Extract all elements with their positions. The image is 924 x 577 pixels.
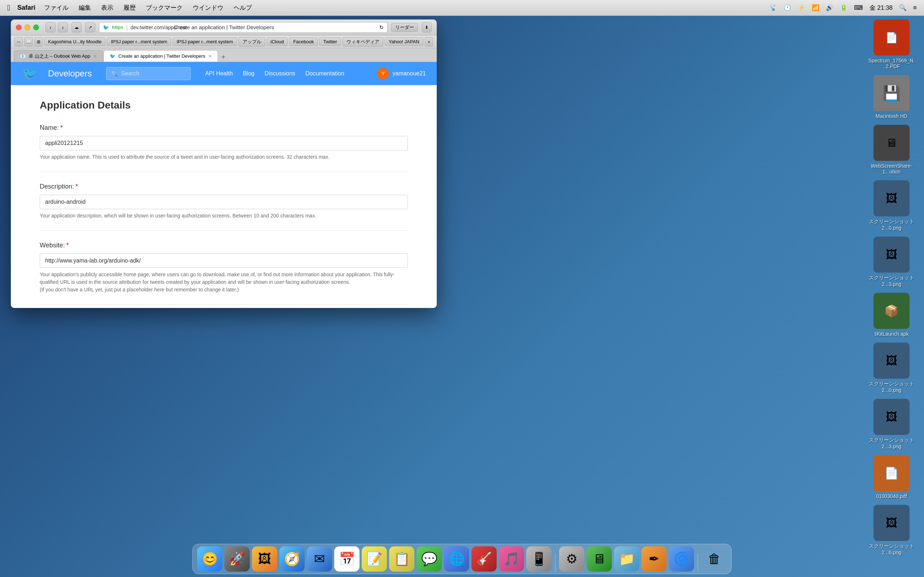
desktop-icon-hd[interactable]: 💾 Macintosh HD — [866, 75, 917, 119]
dock-itunes[interactable]: 🎵 — [499, 546, 524, 572]
menu-history[interactable]: 履歴 — [123, 3, 136, 12]
app-name[interactable]: Safari — [17, 4, 36, 11]
https-label: https — [112, 24, 123, 30]
dock-photos[interactable]: 🖼 — [252, 546, 277, 572]
desktop-icon-label-ss3: スクリーンショット 2...0.png — [868, 219, 915, 231]
download-button[interactable]: ⬇ — [422, 23, 432, 32]
new-tab-button[interactable]: + — [219, 52, 228, 62]
desktop-icon-label-hd: Macintosh HD — [876, 113, 908, 119]
search-menu-icon[interactable]: 🔍 — [899, 4, 907, 11]
menu-items: ファイル 編集 表示 履歴 ブックマーク ウインドウ ヘルプ — [44, 3, 252, 12]
dock-safari[interactable]: 🧭 — [279, 546, 305, 572]
reload-button[interactable]: ↻ — [380, 24, 384, 30]
minimize-button[interactable] — [24, 24, 30, 30]
desktop-icon-label-doc: 01003040.pdf — [876, 493, 907, 499]
menubar-right: 📡 🕐 ⚡ 📶 🔊 🔋 ⌨ 金 21:38 🔍 ≡ — [769, 3, 917, 12]
back-button[interactable]: ‹ — [45, 23, 56, 32]
dock-finder[interactable]: 😊 — [197, 546, 222, 572]
desktop-icon-label-ss5: スクリーンショット 2...0.png — [868, 381, 915, 393]
website-hint: Your application's publicly accessible h… — [40, 271, 408, 293]
dock-stickies[interactable]: 📋 — [389, 546, 414, 572]
dock-terminal[interactable]: 🖥 — [586, 546, 612, 572]
menubar:  Safari ファイル 編集 表示 履歴 ブックマーク ウインドウ ヘルプ … — [0, 0, 924, 16]
tab-close-outlook[interactable]: ✕ — [93, 54, 97, 59]
bookmark-ipsj1[interactable]: IPSJ paper r...ment system — [107, 37, 171, 46]
nav-documentation[interactable]: Documentation — [305, 70, 344, 77]
tab-outlook[interactable]: 📧 卓 山之上 – Outlook Web App ✕ — [14, 50, 103, 62]
website-input[interactable] — [40, 253, 408, 268]
dock-notes[interactable]: 📝 — [362, 546, 387, 572]
search-input[interactable] — [121, 70, 186, 77]
control-strip[interactable]: ≡ — [913, 4, 917, 11]
desktop-icon-img-ss5: 🖼 — [874, 343, 909, 379]
username[interactable]: yamanoue21 — [393, 70, 426, 77]
desktop-icon-img: 📄 — [874, 19, 909, 56]
menu-bookmarks[interactable]: ブックマーク — [146, 3, 183, 12]
tab-close-twitter[interactable]: ✕ — [208, 54, 212, 59]
twitter-search[interactable]: 🔍 — [106, 67, 191, 80]
desktop-icon-webscreen[interactable]: 🖥 WebScreenShare-1...ution — [866, 125, 917, 174]
bookmark-icloud[interactable]: iCloud — [267, 37, 288, 46]
nav-discussions[interactable]: Discussions — [265, 70, 295, 77]
name-hint: Your application name. This is used to a… — [40, 153, 408, 161]
cloud-button[interactable]: ☁ — [71, 23, 82, 32]
desktop-icon-label-ws: WebScreenShare-1...ution — [868, 163, 915, 174]
dock-mail[interactable]: ✉ — [307, 546, 332, 572]
tab-twitter[interactable]: 🐦 Create an application | Twitter Develo… — [103, 50, 218, 62]
bookmark-yahoo[interactable]: Yahoo! JAPAN — [385, 37, 423, 46]
desktop-icon-ss5[interactable]: 🖼 スクリーンショット 2...0.png — [866, 343, 917, 393]
bookmarks-more[interactable]: » — [425, 37, 433, 47]
maximize-button[interactable] — [33, 24, 39, 30]
form-group-website: Website: * Your application's publicly a… — [40, 242, 408, 305]
dock: 😊 🚀 🖼 🧭 ✉ 📅 📝 📋 💬 🌐 🎸 🎵 📱 ⚙ 🖥 📁 ✒ 🌀 🗑 — [192, 544, 732, 574]
tab-overview[interactable]: ⊞ — [34, 37, 43, 47]
bookmark-apple[interactable]: アップル — [239, 37, 265, 47]
desktop-icon-apk[interactable]: 📦 ﾖKitLaunch.apk — [866, 293, 917, 337]
bookmarks-bar: ↔ 📖 ⊞ Kagoshima U...ity Moodle IPSJ pape… — [11, 35, 437, 48]
close-button[interactable] — [16, 24, 22, 30]
dock-system-prefs[interactable]: ⚙ — [559, 546, 584, 572]
window-title: Create an application | Twitter Develope… — [174, 24, 274, 30]
menu-view[interactable]: 表示 — [101, 3, 113, 12]
menu-help[interactable]: ヘルプ — [234, 3, 252, 12]
desktop-icon-ss6[interactable]: 🖼 スクリーンショット 2...3.png — [866, 399, 917, 449]
nav-api-health[interactable]: API Health — [205, 70, 233, 77]
dock-garageband[interactable]: 🎸 — [472, 546, 497, 572]
reader-button[interactable]: リーダー — [391, 23, 418, 32]
dock-language[interactable]: 🌐 — [444, 546, 469, 572]
bookmark-wiki[interactable]: ウィキペディア — [342, 37, 383, 47]
bookmark-ipsj2[interactable]: IPSJ paper r...ment system — [173, 37, 237, 46]
bookmark-moodle[interactable]: Kagoshima U...ity Moodle — [44, 37, 105, 46]
bookmark-twitter[interactable]: Twitter — [319, 37, 341, 46]
dock-launchpad[interactable]: 🚀 — [225, 546, 250, 572]
name-input[interactable] — [40, 136, 408, 150]
desktop-icon-ss4[interactable]: 🖼 スクリーンショット 2...3.png — [866, 237, 917, 287]
dock-messages[interactable]: 💬 — [417, 546, 442, 572]
bookmark-facebook[interactable]: Facebook — [289, 37, 318, 46]
sidebar-toggle[interactable]: ↔ — [15, 37, 23, 47]
desktop-icon-pdf[interactable]: 📄 Spectrum_17569_N...2.PDF — [866, 19, 917, 69]
desktop: 📄 Spectrum_17569_N...2.PDF 💾 Macintosh H… — [0, 16, 924, 577]
desktop-icon-ss7[interactable]: 🖼 スクリーンショット 2...6.png — [866, 505, 917, 555]
desktop-icon-label-ss7: スクリーンショット 2...6.png — [868, 543, 915, 555]
menu-window[interactable]: ウインドウ — [193, 3, 223, 12]
dock-trash[interactable]: 🗑 — [702, 546, 727, 572]
menu-edit[interactable]: 編集 — [79, 3, 91, 12]
nav-blog[interactable]: Blog — [243, 70, 254, 77]
description-input[interactable] — [40, 195, 408, 209]
share-button[interactable]: ↗ — [85, 23, 95, 32]
reading-list[interactable]: 📖 — [24, 37, 32, 47]
address-separator: | — [126, 24, 128, 30]
dock-app-store[interactable]: 🌀 — [669, 546, 694, 572]
dock-calendar[interactable]: 📅 — [334, 546, 360, 572]
apple-menu[interactable]:  — [7, 3, 10, 13]
page-title: Application Details — [40, 100, 408, 111]
dock-finder2[interactable]: 📁 — [614, 546, 639, 572]
desktop-icon-doc[interactable]: 📄 01003040.pdf — [866, 455, 917, 499]
dock-iphone[interactable]: 📱 — [526, 546, 551, 572]
name-required: * — [60, 124, 63, 132]
desktop-icon-ss3[interactable]: 🖼 スクリーンショット 2...0.png — [866, 180, 917, 231]
menu-file[interactable]: ファイル — [44, 3, 69, 12]
dock-pages[interactable]: ✒ — [641, 546, 667, 572]
forward-button[interactable]: › — [58, 23, 68, 32]
